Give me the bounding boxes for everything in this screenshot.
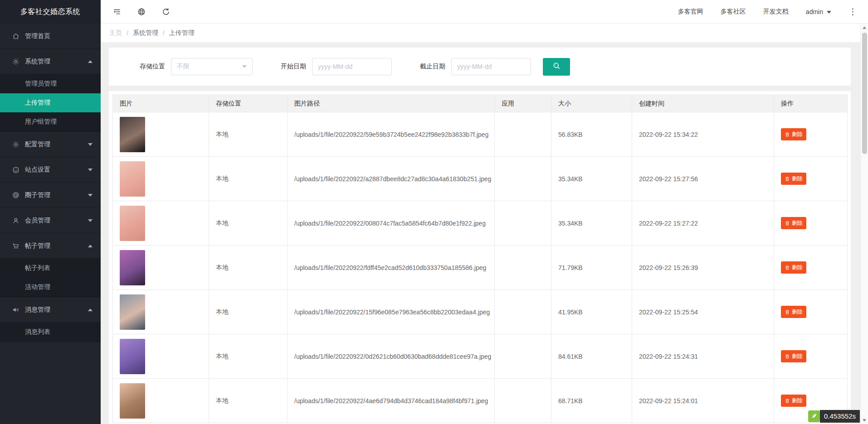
delete-button-label: 删除 xyxy=(792,352,803,360)
sidebar-item-member[interactable]: 会员管理 xyxy=(0,208,101,233)
sidebar-item-label: 消息管理 xyxy=(25,306,88,314)
sidebar-item-label: 系统管理 xyxy=(25,58,88,66)
sidebar-submenu-message: 消息列表 xyxy=(0,323,101,342)
link-official-site[interactable]: 多客官网 xyxy=(678,8,703,16)
user-menu[interactable]: admin xyxy=(806,8,831,15)
breadcrumb-separator: / xyxy=(127,29,128,37)
search-icon xyxy=(552,61,561,72)
path-cell: /uploads/1/file/20220922/4ae6d794db4d374… xyxy=(288,379,495,423)
sidebar-item-label: 圈子管理 xyxy=(25,191,88,199)
created-cell: 2022-09-22 15:24:01 xyxy=(632,379,774,423)
delete-button[interactable]: 删除 xyxy=(781,306,806,318)
image-cell xyxy=(113,290,209,334)
scrollbar[interactable] xyxy=(860,24,868,424)
sidebar: 多客社交婚恋系统 管理首页系统管理管理员管理上传管理用户组管理配置管理站点设置圈… xyxy=(0,0,101,424)
end-date-input[interactable] xyxy=(451,58,531,75)
thumbnail[interactable] xyxy=(120,294,145,330)
trash-icon xyxy=(785,398,790,404)
sidebar-item-site-settings[interactable]: 站点设置 xyxy=(0,157,101,183)
thumbnail[interactable] xyxy=(120,383,145,419)
actions-cell: 删除 xyxy=(774,157,848,201)
storage-location-label: 存储位置 xyxy=(140,63,165,71)
storage-location-value: 不限 xyxy=(177,63,190,71)
trace-elapsed-time: 0.453552s xyxy=(820,410,860,423)
actions-cell: 删除 xyxy=(774,290,848,334)
image-cell xyxy=(113,379,209,423)
topbar-icons xyxy=(112,7,171,16)
chevron-down-icon xyxy=(88,143,93,146)
table-row: 本地/uploads/1/file/20220922/a2887dbee8dc2… xyxy=(113,157,848,201)
refresh-icon[interactable] xyxy=(161,7,171,16)
thumbnail[interactable] xyxy=(120,206,145,241)
delete-button[interactable]: 删除 xyxy=(781,173,806,185)
storage-cell: 本地 xyxy=(209,201,288,246)
delete-button[interactable]: 删除 xyxy=(781,261,806,274)
thumbnail[interactable] xyxy=(120,250,145,285)
actions-cell: 删除 xyxy=(774,201,848,246)
link-community[interactable]: 多客社区 xyxy=(721,8,746,16)
breadcrumb-system: 系统管理 xyxy=(133,29,158,37)
created-cell: 2022-09-22 15:27:56 xyxy=(632,157,774,201)
app-cell xyxy=(495,334,551,379)
trash-icon xyxy=(785,132,790,137)
sidebar-item-message[interactable]: 消息管理 xyxy=(0,297,101,323)
sidebar-item-circle[interactable]: 圈子管理 xyxy=(0,183,101,208)
more-menu-icon[interactable]: ⋮ xyxy=(848,7,857,16)
delete-button[interactable]: 删除 xyxy=(781,217,806,229)
created-cell: 2022-09-22 15:34:22 xyxy=(632,112,774,157)
storage-cell: 本地 xyxy=(209,379,288,423)
sidebar-item-home[interactable]: 管理首页 xyxy=(0,24,101,49)
sidebar-subitem-user-group[interactable]: 用户组管理 xyxy=(0,112,101,131)
path-cell: /uploads/1/file/20220922/fdff45e2cad52d6… xyxy=(288,246,495,290)
trash-icon xyxy=(785,354,790,359)
delete-button[interactable]: 删除 xyxy=(781,128,806,140)
globe-icon[interactable] xyxy=(137,7,146,16)
trash-icon xyxy=(785,265,790,270)
size-cell: 35.34KB xyxy=(551,201,632,246)
path-cell: /uploads/1/file/20220922/0d2621cb60d0630… xyxy=(288,334,495,379)
image-cell xyxy=(113,157,209,201)
delete-button[interactable]: 删除 xyxy=(781,350,806,362)
size-cell: 84.61KB xyxy=(551,334,632,379)
collapse-menu-icon[interactable] xyxy=(112,7,122,16)
leaf-icon xyxy=(809,411,819,422)
sidebar-item-label: 站点设置 xyxy=(25,166,88,174)
delete-button-label: 删除 xyxy=(792,175,803,183)
scrollbar-thumb[interactable] xyxy=(862,33,867,154)
uploads-table-card: 图片存储位置图片路径应用大小创建时间操作 本地/uploads/1/file/2… xyxy=(109,91,851,424)
table-row: 本地/uploads/1/file/20220922/0d2621cb60d06… xyxy=(113,334,848,379)
storage-location-select[interactable]: 不限 xyxy=(171,58,253,75)
path-cell: /uploads/1/file/20220922/a2887dbee8dc27a… xyxy=(288,157,495,201)
column-header-storage: 存储位置 xyxy=(209,95,288,112)
scrollbar-down-arrow[interactable] xyxy=(861,416,868,424)
sidebar-subitem-post-list[interactable]: 帖子列表 xyxy=(0,259,101,278)
sidebar-subitem-admin-manage[interactable]: 管理员管理 xyxy=(0,74,101,93)
actions-cell: 删除 xyxy=(774,246,848,290)
sidebar-item-config[interactable]: 配置管理 xyxy=(0,132,101,157)
sidebar-subitem-message-list[interactable]: 消息列表 xyxy=(0,323,101,342)
sidebar-subitem-upload-manage[interactable]: 上传管理 xyxy=(0,93,101,112)
sidebar-item-post[interactable]: 帖子管理 xyxy=(0,233,101,259)
sidebar-subitem-activity[interactable]: 活动管理 xyxy=(0,278,101,297)
sidebar-item-system[interactable]: 系统管理 xyxy=(0,49,101,74)
thumbnail[interactable] xyxy=(120,117,145,152)
path-cell: /uploads/1/file/20220922/15f96e085e7963e… xyxy=(288,290,495,334)
breadcrumb-home[interactable]: 主页 xyxy=(109,29,122,37)
table-row: 本地/uploads/1/file/20220922/008074c7fac5a… xyxy=(113,201,848,246)
link-dev-docs[interactable]: 开发文档 xyxy=(763,8,789,16)
thumbnail[interactable] xyxy=(120,161,145,197)
scrollbar-up-arrow[interactable] xyxy=(861,24,868,31)
size-cell: 71.79KB xyxy=(551,246,632,290)
delete-button[interactable]: 删除 xyxy=(781,395,806,407)
sidebar-submenu-system: 管理员管理上传管理用户组管理 xyxy=(0,74,101,132)
gear-icon xyxy=(12,58,20,66)
start-date-input[interactable] xyxy=(312,58,392,75)
chevron-down-icon xyxy=(88,194,93,197)
thumbnail[interactable] xyxy=(120,339,145,374)
chevron-down-icon xyxy=(88,219,93,222)
cart-icon xyxy=(12,242,20,250)
search-button[interactable] xyxy=(543,58,570,76)
trace-logo-icon[interactable] xyxy=(808,410,820,422)
storage-cell: 本地 xyxy=(209,290,288,334)
speaker-icon xyxy=(12,306,20,314)
